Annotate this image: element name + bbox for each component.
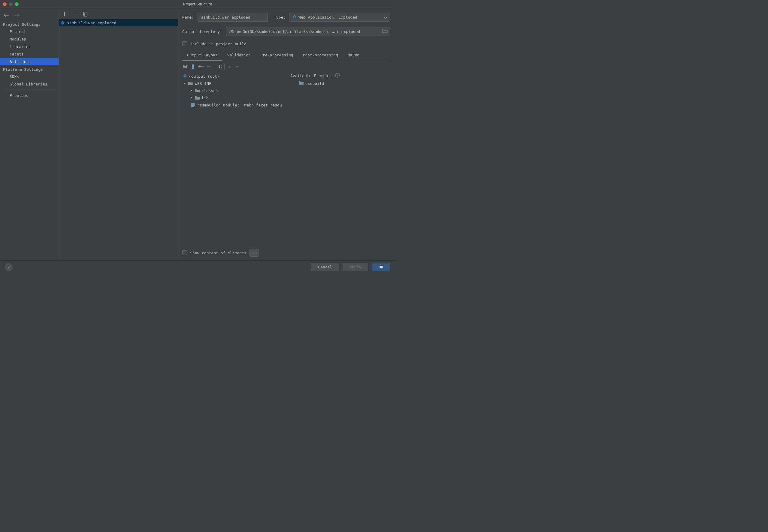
expand-icon[interactable] [189,89,193,92]
move-up-icon [227,64,233,70]
sidebar-item-sdks[interactable]: SDKs [0,73,59,80]
tree-root[interactable]: <output root> [182,73,290,80]
tree-label: <output root> [189,74,220,79]
svg-text:z: z [221,67,222,69]
close-window-icon[interactable] [3,2,7,6]
sidebar-item-global-libraries[interactable]: Global Libraries [0,80,59,88]
module-icon [299,81,304,86]
add-layout-item-icon[interactable] [198,64,204,70]
titlebar: Project Structure [0,0,395,8]
cancel-button[interactable]: Cancel [311,263,339,271]
sort-icon[interactable]: az [217,63,225,70]
artifact-name-input[interactable] [198,13,268,22]
apply-button: Apply [343,263,368,271]
available-item[interactable]: ssmbuild [290,80,390,87]
tree-facet[interactable]: 'ssmbuild' module: 'Web' facet resou [182,101,290,109]
type-value: Web Application: Exploded [299,15,357,19]
svg-rect-10 [193,67,194,67]
tree-label: WEB-INF [195,81,212,86]
show-content-label: Show content of elements [190,251,247,255]
sidebar-item-modules[interactable]: Modules [0,35,59,43]
expand-icon[interactable] [189,96,193,99]
add-artifact-icon[interactable] [61,11,67,17]
minimize-window-icon [9,2,13,6]
move-down-icon [234,64,240,70]
tab-maven[interactable]: Maven [343,50,364,61]
sidebar-divider [3,90,56,90]
detail-pane: Name: Type: Web Application: Exploded Ou… [178,8,395,260]
include-in-build-label: Include in project build [190,42,247,46]
output-dir-label: Output directory: [182,29,222,34]
sidebar-item-artifacts[interactable]: Artifacts [0,58,59,65]
nav-back-icon[interactable] [4,13,9,17]
available-elements-pane: Available Elements ? ssmbuild [290,71,390,247]
sidebar-heading-platform: Platform Settings [0,65,59,73]
name-label: Name: [182,15,194,19]
new-folder-icon[interactable]: + [182,64,188,70]
folder-icon [195,96,200,100]
sidebar-item-problems[interactable]: Problems [0,92,59,99]
nav-forward-icon [14,13,20,17]
help-icon[interactable]: ? [335,73,340,79]
tree-lib[interactable]: lib [182,94,290,101]
collapse-icon[interactable] [183,82,186,85]
folder-icon [195,89,200,93]
tree-classes[interactable]: classes [182,87,290,94]
remove-layout-item-icon [206,64,212,70]
sidebar-item-facets[interactable]: Facets [0,50,59,58]
copy-artifact-icon[interactable] [82,11,88,17]
tab-output-layout[interactable]: Output Layout [182,50,223,61]
web-facet-icon [190,103,196,107]
available-item-label: ssmbuild [305,81,324,86]
tree-label: 'ssmbuild' module: 'Web' facet resou [197,103,282,107]
browse-folder-icon[interactable] [382,29,388,34]
include-in-build-checkbox[interactable] [182,41,187,46]
tree-label: lib [202,96,209,100]
show-content-more-button[interactable]: ... [250,249,259,257]
output-tree: <output root> WEB-INF [182,71,290,247]
ok-button[interactable]: OK [372,263,390,271]
svg-rect-8 [193,65,194,65]
tree-label: classes [202,88,218,93]
sidebar-item-project[interactable]: Project [0,28,59,35]
new-archive-icon[interactable] [190,64,196,70]
artifact-row[interactable]: ssmbuild:war exploded [59,19,178,26]
output-tabs: Output Layout Validation Pre-processing … [182,50,390,61]
artifact-label: ssmbuild:war exploded [67,21,116,25]
available-elements-label: Available Elements [290,73,333,78]
svg-rect-1 [84,13,87,16]
tree-webinf[interactable]: WEB-INF [182,80,290,87]
window-title: Project Structure [183,2,212,6]
output-root-icon [183,74,187,79]
artifact-type-select[interactable]: Web Application: Exploded [289,13,390,22]
svg-rect-20 [302,83,303,85]
sidebar: Project Settings Project Modules Librari… [0,8,59,260]
tab-pre-processing[interactable]: Pre-processing [256,50,298,61]
svg-text:?: ? [337,74,338,77]
show-content-checkbox[interactable] [182,250,187,255]
type-label: Type: [274,15,286,19]
remove-artifact-icon[interactable] [72,11,78,17]
web-artifact-icon [60,20,65,25]
output-dir-value: /ShangGuiGU/ssmbuild/out/artifacts/ssmbu… [229,29,360,34]
folder-icon [188,82,193,85]
svg-text:a: a [221,64,222,67]
svg-text:+: + [186,64,188,67]
window-controls [3,2,19,6]
help-button[interactable]: ? [5,263,13,271]
svg-rect-9 [193,66,194,66]
toolbar-separator [214,64,215,69]
maximize-window-icon[interactable] [15,2,19,6]
tab-post-processing[interactable]: Post-processing [298,50,343,61]
sidebar-item-libraries[interactable]: Libraries [0,43,59,50]
artifact-list-pane: ssmbuild:war exploded [59,8,178,260]
footer: ? Cancel Apply OK [0,260,395,273]
tab-validation[interactable]: Validation [223,50,256,61]
sidebar-heading-project: Project Settings [0,20,59,28]
chevron-down-icon [384,15,387,19]
web-artifact-icon [293,15,297,20]
output-dir-input[interactable]: /ShangGuiGU/ssmbuild/out/artifacts/ssmbu… [226,27,390,36]
